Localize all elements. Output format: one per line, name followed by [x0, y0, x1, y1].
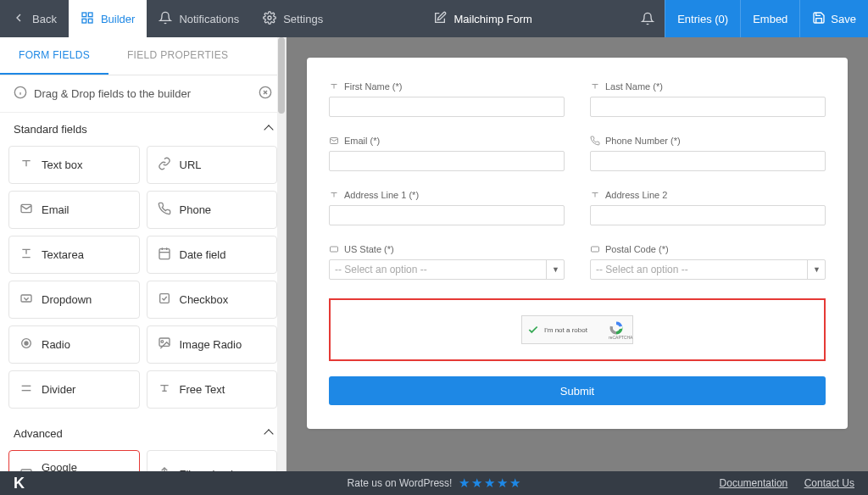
scrollbar-thumb[interactable]: [278, 37, 285, 114]
text-icon: [329, 190, 339, 200]
bell-icon: [159, 11, 172, 27]
canvas: First Name (*) Last Name (*) Email (*) P…: [287, 37, 868, 471]
field-recaptcha[interactable]: Google Recaptcha: [8, 450, 140, 471]
svg-point-19: [25, 342, 28, 345]
section-standard-label: Standard fields: [14, 123, 87, 136]
field-first-name[interactable]: First Name (*): [329, 81, 565, 117]
star-icon: ★: [484, 476, 495, 491]
field-freetext[interactable]: Free Text: [147, 370, 278, 409]
topbar-center: Mailchimp Form: [335, 11, 631, 27]
back-button[interactable]: Back: [0, 0, 69, 37]
field-checkbox[interactable]: Checkbox: [147, 281, 278, 319]
text-icon: [590, 81, 600, 92]
field-url[interactable]: URL: [147, 146, 278, 184]
topbar-right: Entries (0) Embed Save: [631, 0, 868, 37]
section-standard[interactable]: Standard fields: [0, 113, 286, 146]
mail-icon: [329, 136, 339, 146]
save-label: Save: [831, 13, 856, 25]
svg-rect-25: [21, 470, 31, 472]
field-fileupload[interactable]: File upload: [147, 450, 278, 471]
phone-input[interactable]: [590, 151, 826, 171]
email-input[interactable]: [329, 151, 565, 171]
embed-label: Embed: [753, 13, 787, 25]
topbar: Back Builder Notifications Settings Mail…: [0, 0, 868, 37]
tab-field-properties[interactable]: FIELD PROPERTIES: [108, 37, 247, 75]
addr1-input[interactable]: [329, 205, 565, 225]
chevron-up-icon: [265, 427, 272, 440]
settings-tab[interactable]: Settings: [251, 0, 335, 37]
notifications-tab[interactable]: Notifications: [147, 0, 251, 37]
field-dropdown[interactable]: Dropdown: [8, 281, 140, 319]
chevron-down-icon: ▼: [807, 259, 826, 280]
field-email[interactable]: Email (*): [329, 136, 565, 171]
save-icon: [812, 11, 826, 27]
chevron-up-icon: [265, 123, 272, 136]
field-image-radio[interactable]: Image Radio: [147, 325, 278, 364]
recaptcha-label: I'm not a robot: [544, 326, 587, 334]
postal-select[interactable]: [590, 259, 826, 280]
field-state[interactable]: US State (*) ▼: [329, 244, 565, 280]
star-rating[interactable]: ★★★★★: [459, 476, 520, 491]
field-radio[interactable]: Radio: [8, 325, 140, 364]
footer: K Rate us on WordPress! ★★★★★ Documentat…: [0, 471, 868, 495]
alert-bell-button[interactable]: [631, 0, 665, 37]
close-icon[interactable]: [259, 86, 272, 102]
radio-icon: [19, 336, 33, 353]
helper-text: Drag & Drop fields to the builder: [34, 87, 191, 100]
field-phone[interactable]: Phone: [147, 191, 278, 229]
svg-rect-3: [88, 19, 92, 23]
section-advanced[interactable]: Advanced: [0, 417, 286, 450]
field-textbox[interactable]: Text box: [8, 146, 140, 184]
section-advanced-label: Advanced: [14, 427, 63, 440]
field-date[interactable]: Date field: [147, 236, 278, 274]
recaptcha-logo-icon: reCAPTCHA: [609, 320, 627, 340]
field-textarea[interactable]: Textarea: [8, 236, 140, 274]
tab-form-fields[interactable]: FORM FIELDS: [0, 37, 108, 75]
addr2-input[interactable]: [590, 205, 826, 225]
recaptcha-widget[interactable]: I'm not a robot reCAPTCHA: [521, 315, 633, 344]
helper-row: Drag & Drop fields to the builder: [0, 75, 286, 113]
last-name-input[interactable]: [590, 97, 826, 117]
checkbox-icon: [158, 292, 171, 308]
field-email[interactable]: Email: [8, 191, 140, 229]
brand-logo: K: [14, 475, 25, 492]
submit-button[interactable]: Submit: [329, 376, 826, 405]
field-divider[interactable]: Divider: [8, 370, 140, 409]
upload-icon: [158, 466, 171, 472]
first-name-input[interactable]: [329, 97, 565, 117]
svg-rect-2: [82, 19, 86, 23]
form-title[interactable]: Mailchimp Form: [453, 13, 531, 25]
calendar-icon: [158, 247, 171, 263]
builder-tab[interactable]: Builder: [69, 0, 147, 37]
dropdown-icon: [329, 244, 339, 254]
entries-label: Entries (0): [677, 13, 728, 25]
info-icon: [14, 86, 27, 102]
field-last-name[interactable]: Last Name (*): [590, 81, 826, 117]
builder-label: Builder: [101, 13, 135, 25]
field-addr2[interactable]: Address Line 2: [590, 190, 826, 225]
contact-link[interactable]: Contact Us: [804, 477, 854, 489]
phone-icon: [590, 136, 600, 146]
phone-icon: [158, 202, 171, 218]
back-label: Back: [32, 13, 57, 25]
star-icon: ★: [497, 476, 508, 491]
field-addr1[interactable]: Address Line 1 (*): [329, 190, 565, 225]
chevron-left-icon: [12, 11, 25, 27]
rate-label: Rate us on WordPress!: [348, 477, 453, 489]
state-select[interactable]: [329, 259, 565, 280]
save-button[interactable]: Save: [799, 0, 868, 37]
notifications-label: Notifications: [179, 13, 239, 25]
advanced-fields-grid: Google Recaptcha File upload Hidden fiel…: [0, 450, 286, 471]
svg-rect-32: [331, 247, 338, 252]
star-icon: ★: [509, 476, 520, 491]
embed-button[interactable]: Embed: [740, 0, 799, 37]
field-postal[interactable]: Postal Code (*) ▼: [590, 244, 826, 280]
recaptcha-field[interactable]: I'm not a robot reCAPTCHA: [329, 298, 826, 361]
rate-section: Rate us on WordPress! ★★★★★: [348, 476, 521, 491]
dropdown-icon: [19, 292, 33, 308]
settings-label: Settings: [283, 13, 323, 25]
entries-button[interactable]: Entries (0): [665, 0, 740, 37]
documentation-link[interactable]: Documentation: [720, 477, 788, 489]
scrollbar[interactable]: [277, 37, 286, 471]
field-phone[interactable]: Phone Number (*): [590, 136, 826, 171]
